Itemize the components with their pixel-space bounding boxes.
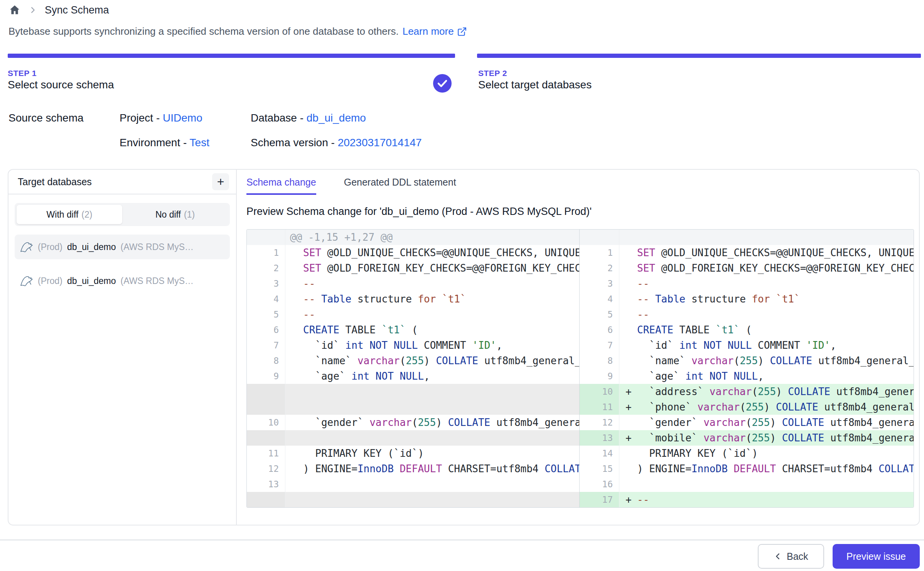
no-diff-count: (1) <box>184 209 195 220</box>
db-name: db_ui_demo <box>67 276 116 286</box>
diff-line: CREATE TABLE `t1` ( <box>619 322 914 338</box>
diff-line: SET @OLD_FOREIGN_KEY_CHECKS=@@FOREIGN_KE… <box>285 260 579 276</box>
diff-line: `gender` varchar(255) COLLATE utf8mb4_ge… <box>285 415 579 430</box>
line-number: 10 <box>247 415 285 430</box>
step2-title: Select target databases <box>478 79 592 91</box>
schema-version-link[interactable]: 20230317014147 <box>338 137 422 149</box>
preview-issue-button[interactable]: Preview issue <box>833 544 920 569</box>
target-databases-panel: Target databases + With diff (2) No diff… <box>8 170 237 525</box>
line-number <box>247 384 285 399</box>
line-number <box>247 399 285 415</box>
chevron-left-icon <box>774 552 782 561</box>
line-number: 17 <box>579 492 619 507</box>
project-link[interactable]: UIDemo <box>163 112 202 124</box>
environment-field: Environment - Test <box>120 137 209 149</box>
line-number: 5 <box>247 307 285 322</box>
diff-viewer[interactable]: @@ -1,15 +1,27 @@1SET @OLD_UNIQUE_CHECKS… <box>246 229 914 508</box>
description-text: Bytebase supports synchronizing a specif… <box>8 25 399 37</box>
generated-ddl-tab[interactable]: Generated DDL statement <box>344 177 456 195</box>
line-number: 8 <box>247 353 285 368</box>
line-number: 1 <box>247 245 285 260</box>
diff-line: ) ENGINE=InnoDB DEFAULT CHARSET=utf8mb4 … <box>619 461 914 476</box>
line-number: 11 <box>247 446 285 461</box>
diff-line: `gender` varchar(255) COLLATE utf8mb4_ge… <box>619 415 914 430</box>
step1-label: STEP 1 <box>8 69 37 78</box>
diff-line: SET @OLD_UNIQUE_CHECKS=@@UNIQUE_CHECKS, … <box>285 245 579 260</box>
database-field: Database - db_ui_demo <box>251 112 366 124</box>
step1-title: Select source schema <box>8 79 114 91</box>
diff-line: `age` int NOT NULL, <box>619 368 914 384</box>
diff-filter-tabs: With diff (2) No diff (1) <box>15 203 230 226</box>
diff-line: + `mobile` varchar(255) COLLATE utf8mb4_… <box>619 430 914 446</box>
line-number: 14 <box>579 446 619 461</box>
database-link[interactable]: db_ui_demo <box>307 112 366 124</box>
line-number: 15 <box>579 461 619 476</box>
diff-line: -- <box>285 276 579 291</box>
diff-line: `id` int NOT NULL COMMENT 'ID', <box>285 338 579 353</box>
db-environment: (Prod) <box>38 276 62 286</box>
diff-line <box>619 476 914 492</box>
external-link-icon <box>457 27 467 37</box>
step1-progress-bar <box>8 54 455 58</box>
diff-line: -- <box>285 307 579 322</box>
plus-icon: + <box>217 176 224 188</box>
target-databases-title: Target databases <box>18 176 92 188</box>
source-schema-label: Source schema <box>8 112 84 124</box>
breadcrumb: Sync Schema <box>8 4 109 16</box>
line-number <box>247 430 285 446</box>
line-number: 6 <box>247 322 285 338</box>
diff-line <box>285 399 579 415</box>
database-list: (Prod)db_ui_demo(AWS RDS MyS…(Prod)db_ui… <box>15 235 230 293</box>
line-number: 5 <box>579 307 619 322</box>
add-database-button[interactable]: + <box>212 173 229 190</box>
db-instance: (AWS RDS MyS… <box>121 242 194 252</box>
diff-line: SET @OLD_FOREIGN_KEY_CHECKS=@@FOREIGN_KE… <box>619 260 914 276</box>
environment-link[interactable]: Test <box>190 137 209 149</box>
database-list-item[interactable]: (Prod)db_ui_demo(AWS RDS MyS… <box>15 235 230 259</box>
diff-line: ) ENGINE=InnoDB DEFAULT CHARSET=utf8mb4 … <box>285 461 579 476</box>
diff-line: -- Table structure for `t1` <box>619 291 914 307</box>
line-number: 2 <box>579 260 619 276</box>
footer-divider <box>0 539 924 541</box>
preview-heading: Preview Schema change for 'db_ui_demo (P… <box>246 206 919 218</box>
line-number: 8 <box>579 353 619 368</box>
sync-panel: Target databases + With diff (2) No diff… <box>8 169 920 525</box>
schema-change-tab[interactable]: Schema change <box>246 177 316 195</box>
back-button[interactable]: Back <box>758 544 824 569</box>
line-number: 13 <box>247 476 285 492</box>
line-number: 11 <box>579 399 619 415</box>
home-icon[interactable] <box>8 4 21 16</box>
line-number: 9 <box>247 368 285 384</box>
diff-line: PRIMARY KEY (`id`) <box>619 446 914 461</box>
no-diff-tab[interactable]: No diff (1) <box>122 205 228 224</box>
line-number: 4 <box>579 291 619 307</box>
diff-line: PRIMARY KEY (`id`) <box>285 446 579 461</box>
learn-more-link[interactable]: Learn more <box>403 25 467 37</box>
project-field: Project - UIDemo <box>120 112 202 124</box>
database-list-item[interactable]: (Prod)db_ui_demo(AWS RDS MyS… <box>15 269 230 293</box>
diff-right-gutter-header <box>579 230 619 245</box>
line-number: 2 <box>247 260 285 276</box>
footer-actions: Back Preview issue <box>758 544 920 569</box>
line-number: 10 <box>579 384 619 399</box>
page-description: Bytebase supports synchronizing a specif… <box>8 25 467 37</box>
diff-line <box>285 430 579 446</box>
line-number: 3 <box>247 276 285 291</box>
db-name: db_ui_demo <box>67 242 116 252</box>
line-number: 7 <box>247 338 285 353</box>
line-number: 9 <box>579 368 619 384</box>
db-environment: (Prod) <box>38 242 62 252</box>
diff-line: + `address` varchar(255) COLLATE utf8mb4… <box>619 384 914 399</box>
diff-line: `id` int NOT NULL COMMENT 'ID', <box>619 338 914 353</box>
line-number: 16 <box>579 476 619 492</box>
diff-line: +-- <box>619 492 914 507</box>
line-number: 12 <box>247 461 285 476</box>
diff-hunk-header: @@ -1,15 +1,27 @@ <box>285 230 579 245</box>
mysql-icon <box>20 275 33 287</box>
with-diff-tab[interactable]: With diff (2) <box>17 205 122 224</box>
diff-line: `name` varchar(255) COLLATE utf8mb4_gene… <box>285 353 579 368</box>
diff-line: SET @OLD_UNIQUE_CHECKS=@@UNIQUE_CHECKS, … <box>619 245 914 260</box>
diff-line <box>285 384 579 399</box>
preview-tabs: Schema change Generated DDL statement <box>246 177 919 195</box>
page-title: Sync Schema <box>45 4 109 16</box>
